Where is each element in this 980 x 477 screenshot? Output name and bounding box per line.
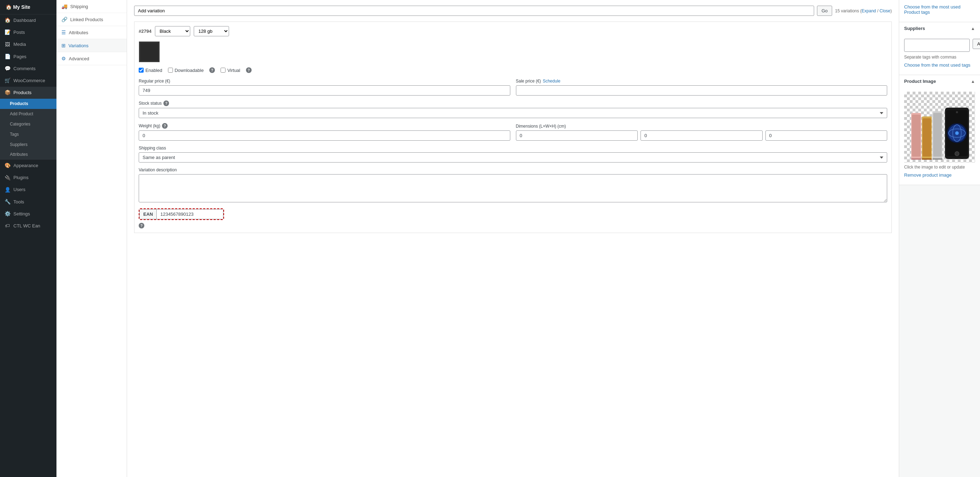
variation-item: #2794 Black 128 gb Enabled bbox=[134, 22, 892, 233]
tab-advanced[interactable]: ⚙ Advanced bbox=[56, 52, 127, 65]
downloadable-checkbox[interactable] bbox=[168, 68, 173, 73]
sidebar-item-ctl-wc-ean[interactable]: 🏷 CTL WC Ean bbox=[0, 220, 56, 232]
posts-icon: 📝 bbox=[4, 29, 11, 36]
product-tabs-nav: 🚚 Shipping 🔗 Linked Products ☰ Attribute… bbox=[56, 0, 127, 477]
stock-status-select[interactable]: In stock bbox=[139, 108, 887, 118]
product-image-section: Product Image ▲ bbox=[899, 75, 980, 185]
schedule-link[interactable]: Schedule bbox=[543, 79, 560, 84]
sidebar-item-pages[interactable]: 📄 Pages bbox=[0, 51, 56, 63]
ean-input[interactable] bbox=[157, 209, 223, 219]
plugins-icon: 🔌 bbox=[4, 174, 11, 181]
expand-link[interactable]: Expand bbox=[862, 8, 876, 13]
svg-rect-17 bbox=[932, 158, 942, 160]
sidebar: 🏠 My Site 🏠 Dashboard 📝 Posts 🖼 Media 📄 … bbox=[0, 0, 56, 477]
variation-desc-label: Variation description bbox=[139, 168, 887, 173]
product-image-title: Product Image bbox=[904, 79, 936, 84]
most-used-product-tags-link[interactable]: Choose from the most used Product tags bbox=[904, 4, 975, 15]
most-used-tags-link[interactable]: Choose from the most used tags bbox=[904, 62, 975, 68]
downloadable-help-icon[interactable]: ? bbox=[209, 67, 215, 73]
svg-rect-5 bbox=[933, 113, 942, 157]
enabled-checkbox[interactable] bbox=[139, 68, 144, 73]
submenu-item-tags[interactable]: Tags bbox=[0, 129, 56, 139]
media-icon: 🖼 bbox=[4, 41, 11, 48]
suppliers-input-row: Add bbox=[904, 39, 975, 52]
ean-help-icon[interactable]: ? bbox=[139, 223, 144, 228]
stock-status-label: Stock status bbox=[139, 101, 162, 106]
weight-help-icon[interactable]: ? bbox=[162, 123, 168, 129]
ean-row: EAN ? bbox=[139, 208, 887, 228]
shipping-class-group: Shipping class Same as parent bbox=[139, 146, 887, 163]
dimensions-inputs bbox=[516, 130, 888, 141]
submenu-item-categories[interactable]: Categories bbox=[0, 119, 56, 129]
sidebar-item-users[interactable]: 👤 Users bbox=[0, 184, 56, 196]
product-image-section-header[interactable]: Product Image ▲ bbox=[899, 75, 980, 87]
virtual-checkbox[interactable] bbox=[221, 68, 226, 73]
sidebar-item-dashboard[interactable]: 🏠 Dashboard bbox=[0, 14, 56, 27]
downloadable-checkbox-label[interactable]: Downloadable bbox=[168, 68, 204, 73]
shipping-class-row: Shipping class Same as parent bbox=[139, 146, 887, 163]
product-image-container[interactable] bbox=[904, 92, 975, 163]
svg-rect-1 bbox=[912, 114, 920, 157]
comments-icon: 💬 bbox=[4, 66, 11, 72]
add-variation-select[interactable]: Add variation bbox=[134, 6, 814, 16]
variation-desc-group: Variation description bbox=[139, 168, 887, 203]
site-name: 🏠 My Site bbox=[6, 4, 30, 10]
virtual-checkbox-label[interactable]: Virtual bbox=[221, 68, 240, 73]
weight-group: Weight (kg) ? bbox=[139, 123, 510, 141]
variation-desc-row: Variation description bbox=[139, 168, 887, 203]
dimensions-group: Dimensions (L×W×H) (cm) bbox=[516, 124, 888, 141]
weight-label-row: Weight (kg) ? bbox=[139, 123, 510, 129]
submenu-item-products[interactable]: Products bbox=[0, 99, 56, 109]
shipping-class-label: Shipping class bbox=[139, 146, 887, 151]
enabled-checkbox-label[interactable]: Enabled bbox=[139, 68, 162, 73]
woocommerce-icon: 🛒 bbox=[4, 78, 11, 84]
svg-point-14 bbox=[956, 111, 958, 113]
submenu-item-suppliers[interactable]: Suppliers bbox=[0, 139, 56, 150]
variation-image[interactable] bbox=[139, 41, 160, 62]
remove-product-image-link[interactable]: Remove product image bbox=[904, 173, 975, 177]
suppliers-section-header[interactable]: Suppliers ▲ bbox=[899, 22, 980, 35]
submenu-item-add-product[interactable]: Add Product bbox=[0, 109, 56, 119]
sidebar-item-woocommerce[interactable]: 🛒 WooCommerce bbox=[0, 75, 56, 87]
sidebar-item-settings[interactable]: ⚙️ Settings bbox=[0, 208, 56, 220]
suppliers-add-button[interactable]: Add bbox=[973, 39, 980, 49]
go-button[interactable]: Go bbox=[817, 6, 832, 16]
weight-input[interactable] bbox=[139, 130, 510, 141]
sidebar-item-media[interactable]: 🖼 Media bbox=[0, 38, 56, 51]
submenu-item-attributes[interactable]: Attributes bbox=[0, 149, 56, 160]
suppliers-section: Suppliers ▲ Add Separate tags with comma… bbox=[899, 22, 980, 75]
tab-variations[interactable]: ⊞ Variations bbox=[56, 39, 127, 52]
main-content: 🚚 Shipping 🔗 Linked Products ☰ Attribute… bbox=[56, 0, 980, 477]
sidebar-item-appearance[interactable]: 🎨 Appearance bbox=[0, 160, 56, 172]
weight-dimensions-row: Weight (kg) ? Dimensions (L×W×H) (cm) bbox=[139, 123, 887, 141]
product-tabs-list: 🚚 Shipping 🔗 Linked Products ☰ Attribute… bbox=[56, 0, 127, 65]
advanced-tab-icon: ⚙ bbox=[61, 56, 66, 61]
sidebar-menu: 🏠 Dashboard 📝 Posts 🖼 Media 📄 Pages bbox=[0, 14, 56, 232]
dimension-w-input[interactable] bbox=[641, 130, 763, 141]
tab-linked-products[interactable]: 🔗 Linked Products bbox=[56, 13, 127, 26]
dimension-h-input[interactable] bbox=[765, 130, 888, 141]
sale-price-label-row: Sale price (€) Schedule bbox=[516, 79, 888, 84]
dimension-l-input[interactable] bbox=[516, 130, 638, 141]
suppliers-collapse-icon: ▲ bbox=[971, 26, 975, 31]
stock-status-help-icon[interactable]: ? bbox=[163, 100, 169, 106]
tab-shipping[interactable]: 🚚 Shipping bbox=[56, 0, 127, 13]
suppliers-input[interactable] bbox=[904, 39, 970, 52]
content-area: 🚚 Shipping 🔗 Linked Products ☰ Attribute… bbox=[56, 0, 980, 477]
sidebar-item-tools[interactable]: 🔧 Tools bbox=[0, 196, 56, 208]
right-sidebar: Choose from the most used Product tags S… bbox=[899, 0, 980, 477]
variation-storage-select[interactable]: 128 gb bbox=[194, 26, 229, 36]
sidebar-item-products[interactable]: 📦 Products Products Add Product Categori… bbox=[0, 87, 56, 160]
close-link[interactable]: Close bbox=[880, 8, 890, 13]
virtual-help-icon[interactable]: ? bbox=[246, 67, 251, 73]
shipping-class-select[interactable]: Same as parent bbox=[139, 152, 887, 163]
variation-color-select[interactable]: Black bbox=[155, 26, 190, 36]
svg-rect-15 bbox=[911, 158, 921, 160]
sidebar-item-comments[interactable]: 💬 Comments bbox=[0, 63, 56, 75]
sidebar-item-plugins[interactable]: 🔌 Plugins bbox=[0, 172, 56, 184]
sale-price-input[interactable] bbox=[516, 85, 888, 95]
sidebar-item-posts[interactable]: 📝 Posts bbox=[0, 27, 56, 38]
regular-price-input[interactable] bbox=[139, 85, 510, 95]
variation-desc-textarea[interactable] bbox=[139, 174, 887, 202]
tab-attributes[interactable]: ☰ Attributes bbox=[56, 26, 127, 39]
